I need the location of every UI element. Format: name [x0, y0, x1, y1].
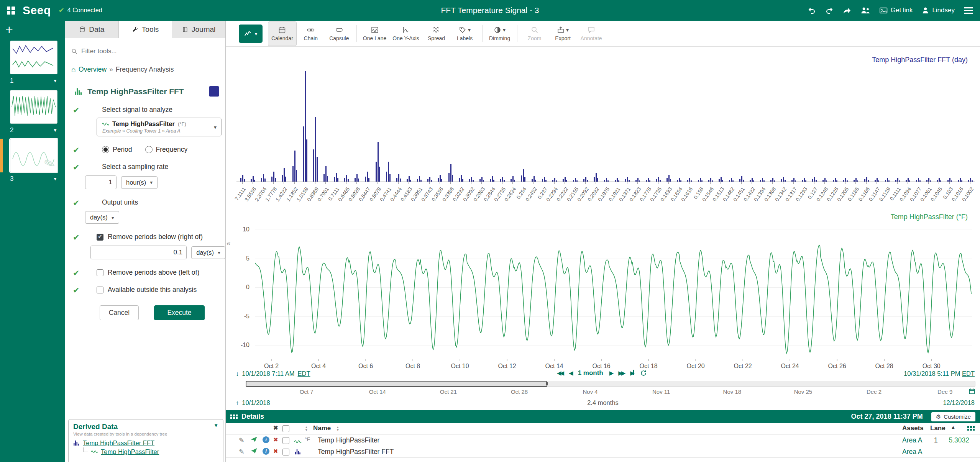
hamburger-menu-icon[interactable] [964, 6, 973, 15]
redo-icon[interactable] [825, 6, 834, 15]
remove-all-icon[interactable]: ✖ [273, 424, 278, 431]
remove-below-input[interactable] [90, 246, 187, 259]
series-color-swatch[interactable] [209, 86, 219, 97]
toolbar-spread[interactable]: Spread [422, 21, 451, 46]
timeline-calendar-icon[interactable] [969, 388, 975, 396]
worksheet-thumbnail-3[interactable]: ✎ [10, 139, 57, 172]
assets-column-header[interactable]: Assets [902, 424, 924, 432]
filter-tools-input[interactable] [81, 48, 219, 55]
row-asset-link[interactable]: Area A [902, 436, 923, 444]
step-back-fast-icon[interactable]: ◀◀ [557, 370, 563, 377]
toolbar-chain[interactable]: Chain [297, 21, 325, 46]
share-icon[interactable] [843, 7, 851, 14]
row-checkbox[interactable] [282, 449, 289, 455]
range-end-timezone[interactable]: EDT [962, 370, 975, 377]
tab-data[interactable]: Data [65, 21, 119, 38]
toolbar-one-lane[interactable]: One Lane [360, 21, 390, 46]
connection-status[interactable]: ✔ 4 Connected [59, 6, 102, 15]
sampling-unit-dropdown[interactable]: hour(s) ▾ [121, 176, 158, 189]
edit-icon[interactable]: ✎ [239, 436, 245, 444]
sort-asc-icon[interactable]: ▲ [951, 424, 955, 430]
edit-icon[interactable]: ✎ [239, 448, 245, 456]
range-start-timezone[interactable]: EDT [298, 370, 310, 377]
collapse-panel-handle[interactable]: « [227, 239, 231, 247]
details-row-temp-highpassfilter-fft[interactable]: ✎ i ✖ Temp HighPassFilter FFT Area A [226, 446, 980, 458]
remove-below-checkbox[interactable] [97, 234, 103, 241]
step-forward-icon[interactable]: ▶ [609, 370, 612, 377]
toolbar-labels[interactable]: ▾ Labels [451, 21, 479, 46]
trend-plot-area[interactable] [255, 212, 972, 361]
worksheet-thumbnail-2[interactable] [10, 90, 57, 124]
tab-journal[interactable]: Journal [172, 21, 225, 38]
fft-axis-tick [492, 182, 492, 184]
row-asset-link[interactable]: Area A [902, 448, 923, 456]
step-to-end-icon[interactable]: ▶ [630, 370, 634, 377]
breadcrumb-overview[interactable]: Overview [79, 66, 107, 74]
worksheet-3-chevron-icon[interactable]: ▼ [53, 176, 57, 182]
lane-column-header[interactable]: Lane [930, 424, 946, 432]
radio-frequency[interactable]: Frequency [145, 146, 188, 154]
get-link-button[interactable]: Get link [880, 7, 913, 14]
sort-icon[interactable]: ▴▾ [337, 426, 339, 431]
user-menu[interactable]: Lindsey [922, 7, 955, 14]
signal-select-dropdown[interactable]: Temp HighPassFilter (°F) Example » Cooli… [97, 118, 222, 136]
details-row-temp-highpassfilter[interactable]: ✎ i ✖ °F Temp HighPassFilter Area A 1 5.… [226, 435, 980, 446]
home-icon[interactable]: ⌂ [71, 65, 76, 74]
worksheet-thumbnail-1[interactable] [10, 41, 57, 74]
derived-collapse-chevron-icon[interactable]: ▼ [213, 423, 218, 428]
fft-plot-area[interactable] [236, 71, 975, 182]
undo-icon[interactable] [808, 6, 816, 15]
fft-series-legend[interactable]: Temp HighPassFilter FFT (day) [872, 56, 968, 64]
remove-above-checkbox[interactable] [97, 269, 103, 276]
tab-tools[interactable]: Tools [119, 21, 172, 38]
columns-icon[interactable] [967, 426, 975, 431]
remove-icon[interactable]: ✖ [273, 448, 278, 455]
available-outside-checkbox[interactable] [97, 287, 103, 293]
remove-icon[interactable]: ✖ [273, 436, 278, 443]
add-worksheet-button[interactable]: + [5, 23, 13, 36]
worksheet-2-chevron-icon[interactable]: ▼ [53, 128, 57, 133]
toolbar-capsule[interactable]: Capsule [325, 21, 353, 46]
derived-item-fft-link[interactable]: Temp HighPassFilter FFT [83, 439, 154, 447]
toolbar-one-y-axis[interactable]: One Y-Axis [389, 21, 422, 46]
investigate-duration[interactable]: 2.4 months [587, 399, 619, 406]
execute-button[interactable]: Execute [154, 305, 205, 320]
send-icon[interactable] [250, 448, 258, 456]
step-forward-fast-icon[interactable]: ▶▶ [618, 370, 624, 377]
select-all-checkbox[interactable] [282, 425, 289, 432]
radio-frequency-control[interactable] [145, 146, 153, 153]
investigate-start[interactable]: ↑ 10/1/2018 [236, 399, 270, 406]
customize-button[interactable]: ⚙ Customize [931, 412, 975, 421]
row-name[interactable]: Temp HighPassFilter [318, 436, 379, 444]
chart-type-button[interactable]: ▾ [239, 25, 263, 43]
seeq-logo[interactable]: Seeq [23, 4, 51, 17]
info-icon[interactable]: i [263, 436, 269, 443]
row-name[interactable]: Temp HighPassFilter FFT [318, 448, 394, 456]
sampling-rate-input[interactable] [85, 175, 117, 189]
toolbar-calendar[interactable]: Calendar [268, 21, 297, 46]
cancel-button[interactable]: Cancel [100, 305, 139, 320]
toolbar-dimming[interactable]: ▾ Dimming [486, 21, 514, 46]
info-icon[interactable]: i [263, 448, 269, 455]
refresh-icon[interactable] [640, 370, 647, 377]
radio-period-control[interactable] [102, 146, 109, 153]
users-icon[interactable] [860, 7, 870, 14]
range-start[interactable]: ↓ 10/1/2018 7:11 AM EDT [236, 370, 310, 377]
output-unit-dropdown[interactable]: day(s) ▾ [85, 211, 119, 224]
investigate-end[interactable]: 12/12/2018 [943, 399, 975, 406]
timeline-selected-range[interactable] [246, 381, 547, 387]
app-launcher-icon[interactable] [7, 7, 15, 15]
name-column-header[interactable]: Name [313, 424, 331, 432]
row-checkbox[interactable] [282, 437, 289, 444]
range-end[interactable]: 10/31/2018 5:11 PM EDT [904, 370, 975, 377]
radio-period[interactable]: Period [102, 146, 132, 154]
remove-below-unit-dropdown[interactable]: day(s) ▾ [191, 246, 225, 259]
send-icon[interactable] [250, 436, 258, 444]
worksheet-1-chevron-icon[interactable]: ▼ [53, 78, 57, 84]
toolbar-export[interactable]: ▾ Export [549, 21, 577, 46]
sort-icon[interactable]: ▴▾ [305, 426, 307, 431]
step-back-icon[interactable]: ◀ [569, 370, 572, 377]
derived-item-signal-link[interactable]: Temp HighPassFilter [101, 448, 159, 455]
timeline-track[interactable] [246, 381, 975, 387]
range-duration[interactable]: 1 month [578, 369, 603, 377]
